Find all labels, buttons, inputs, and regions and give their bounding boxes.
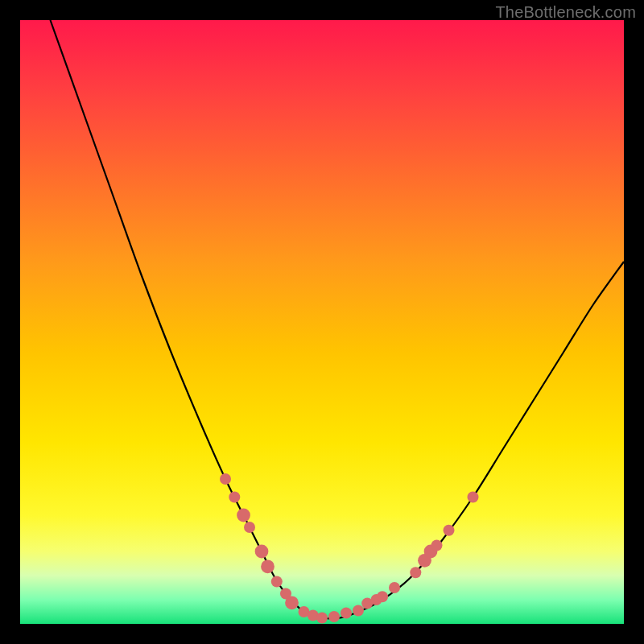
curve-marker: [261, 559, 275, 573]
curve-marker: [220, 473, 231, 485]
curve-marker: [328, 611, 340, 622]
bottleneck-curve: [51, 20, 625, 618]
curve-marker: [285, 596, 299, 609]
curve-marker: [377, 591, 388, 602]
curve-marker: [255, 545, 269, 559]
curve-marker: [389, 582, 400, 593]
curve-marker: [341, 608, 352, 619]
curve-marker: [410, 567, 421, 578]
watermark-text: TheBottleneck.com: [495, 3, 636, 22]
curve-marker: [444, 525, 455, 536]
curve-marker: [271, 576, 283, 588]
curve-marker: [244, 522, 255, 533]
bottleneck-chart: [20, 20, 624, 624]
curve-marker: [431, 540, 443, 551]
curve-marker: [353, 605, 364, 617]
curve-marker: [468, 492, 479, 503]
curve-markers: [220, 473, 479, 624]
curve-marker: [316, 613, 328, 624]
curve-marker: [229, 492, 240, 503]
curve-marker: [237, 509, 250, 522]
